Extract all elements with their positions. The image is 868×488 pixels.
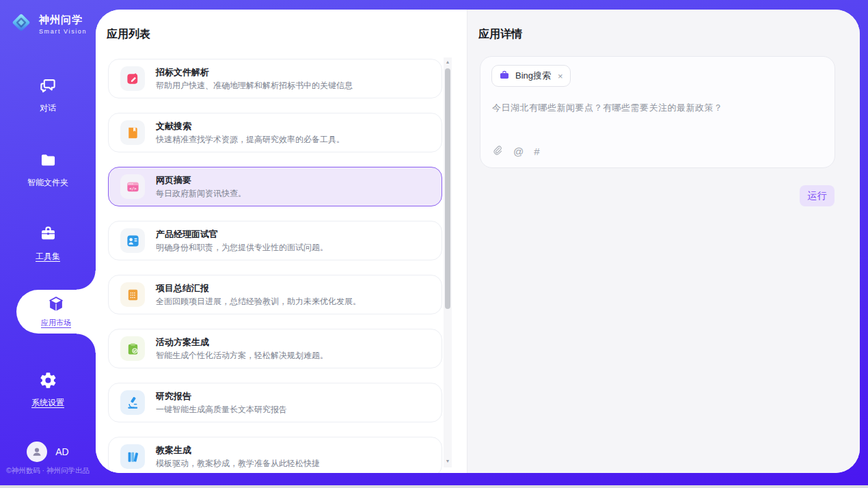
brand-name: 神州问学: [39, 14, 87, 27]
user-initials: AD: [55, 446, 68, 457]
app-list-title: 应用列表: [107, 27, 150, 42]
hash-icon[interactable]: #: [534, 146, 539, 157]
app-card-title: 招标文件解析: [156, 68, 353, 77]
sidebar-item-smart-folder[interactable]: 智能文件夹: [0, 151, 96, 189]
app-card-title: 网页摘要: [156, 176, 246, 185]
app-card-pm-interviewer[interactable]: 产品经理面试官 明确身份和职责，为您提供专业性的面试问题。: [108, 221, 442, 260]
clipboard-check-icon: [120, 336, 145, 361]
app-card-title: 项目总结汇报: [156, 284, 361, 293]
app-card-lesson-plan[interactable]: 教案生成 模板驱动，教案秒成，教学准备从此轻松快捷: [108, 437, 442, 473]
sidebar-item-label: 应用市场: [41, 318, 71, 328]
app-card-project-summary[interactable]: 项目总结汇报 全面回顾项目进展，总结经验教训，助力未来优化发展。: [108, 275, 442, 314]
bottom-edge: [0, 485, 868, 488]
edit-document-icon: [120, 66, 145, 91]
sidebar-item-toolset[interactable]: 工具集: [0, 225, 96, 262]
at-icon[interactable]: @: [513, 146, 524, 157]
chat-icon: [39, 85, 57, 97]
svg-text:</>: </>: [129, 186, 137, 190]
app-card-desc: 帮助用户快速、准确地理解和解析招标书中的关键信息: [156, 81, 353, 90]
app-card-desc: 每日政府新闻资讯快查。: [156, 189, 246, 198]
brand-logo: 神州问学 Smart Vision: [8, 10, 87, 38]
app-card-literature-search[interactable]: 文献搜索 快速精准查找学术资源，提高研究效率的必备工具。: [108, 113, 442, 152]
app-card-title: 研究报告: [156, 392, 287, 401]
app-card-desc: 快速精准查找学术资源，提高研究效率的必备工具。: [156, 135, 344, 144]
app-card-desc: 明确身份和职责，为您提供专业性的面试问题。: [156, 243, 328, 252]
tool-tag-bing-search[interactable]: Bing搜索 ×: [491, 65, 571, 87]
sidebar-item-chat[interactable]: 对话: [0, 77, 96, 114]
sidebar: 神州问学 Smart Vision 对话 智能文件夹: [0, 0, 96, 485]
app-card-web-summary-selected[interactable]: </> 网页摘要 每日政府新闻资讯快查。: [108, 167, 442, 206]
interviewer-icon: [120, 228, 145, 253]
app-card-list: 招标文件解析 帮助用户快速、准确地理解和解析招标书中的关键信息 文献搜索 快速精…: [108, 59, 442, 473]
scroll-down-icon[interactable]: ▼: [444, 458, 452, 465]
copyright-text: ©神州数码 · 神州问学出品: [0, 466, 96, 476]
sidebar-item-settings[interactable]: 系统设置: [0, 371, 96, 409]
tool-tag-label: Bing搜索: [515, 70, 551, 82]
app-card-title: 文献搜索: [156, 122, 344, 131]
brand-tagline: Smart Vision: [39, 28, 87, 35]
avatar: [27, 442, 47, 462]
user-badge[interactable]: AD: [0, 442, 96, 462]
app-card-title: 产品经理面试官: [156, 230, 328, 239]
app-card-bid-parsing[interactable]: 招标文件解析 帮助用户快速、准确地理解和解析招标书中的关键信息: [108, 59, 442, 98]
scrollbar-thumb[interactable]: [445, 68, 450, 309]
report-note-icon: [120, 282, 145, 307]
books-icon: [120, 444, 145, 469]
sidebar-item-label: 系统设置: [0, 397, 96, 409]
diamond-logo-icon: [8, 10, 34, 38]
briefcase-icon: [499, 70, 510, 83]
app-card-desc: 全面回顾项目进展，总结经验教训，助力未来优化发展。: [156, 297, 361, 306]
app-card-desc: 模板驱动，教案秒成，教学准备从此轻松快捷: [156, 459, 320, 467]
app-card-title: 活动方案生成: [156, 338, 328, 347]
paperclip-icon[interactable]: [491, 144, 503, 159]
app-card-desc: 一键智能生成高质量长文本研究报告: [156, 405, 287, 414]
gear-icon: [39, 380, 57, 392]
sidebar-item-app-market-active[interactable]: 应用市场: [16, 290, 96, 334]
sidebar-item-label: 智能文件夹: [0, 177, 96, 189]
prompt-composer[interactable]: Bing搜索 × 今日湖北有哪些新闻要点？有哪些需要关注的最新政策？ @ #: [480, 56, 835, 168]
sidebar-item-label: 工具集: [0, 251, 96, 262]
folder-icon: [39, 160, 57, 172]
app-list-scrollbar[interactable]: ▲ ▼: [444, 57, 452, 467]
app-card-desc: 智能生成个性化活动方案，轻松解决规划难题。: [156, 351, 328, 360]
composer-toolbar: @ #: [491, 144, 540, 159]
app-card-event-plan[interactable]: 活动方案生成 智能生成个性化活动方案，轻松解决规划难题。: [108, 329, 442, 368]
microscope-icon: [120, 390, 145, 415]
app-card-title: 教案生成: [156, 446, 320, 455]
browser-code-icon: </>: [120, 174, 145, 199]
toolbox-icon: [39, 234, 57, 245]
app-detail-pane: 应用详情 Bing搜索 × 今日湖北有哪些新闻要点？有哪些需要关注的最新政策？: [467, 10, 860, 473]
app-detail-title: 应用详情: [478, 27, 522, 42]
cube-icon: [47, 295, 65, 316]
active-tab-fillet-top: [77, 271, 96, 290]
close-icon[interactable]: ×: [558, 71, 563, 81]
active-tab-fillet-bottom: [77, 334, 96, 353]
prompt-text[interactable]: 今日湖北有哪些新闻要点？有哪些需要关注的最新政策？: [492, 102, 820, 114]
app-card-research-report[interactable]: 研究报告 一键智能生成高质量长文本研究报告: [108, 383, 442, 422]
book-icon: [120, 120, 145, 145]
app-list-pane: 应用列表 招标文件解析 帮助用户快速、准确地理解和解析招标书中的关键信息: [96, 10, 467, 473]
sidebar-item-label: 对话: [0, 103, 96, 114]
run-button[interactable]: 运行: [800, 185, 835, 206]
scroll-up-icon[interactable]: ▲: [444, 59, 452, 66]
main-content: 应用列表 招标文件解析 帮助用户快速、准确地理解和解析招标书中的关键信息: [96, 10, 860, 473]
